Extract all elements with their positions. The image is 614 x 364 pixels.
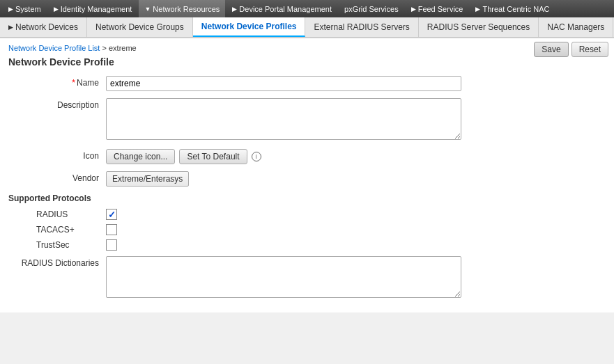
description-field-container [106,98,461,142]
breadcrumb-current: extreme [109,44,137,52]
arrow-icon: ▶ [475,6,480,13]
radius-label: RADIUS [36,209,106,219]
top-nav-pxgrid-label: pxGrid Services [344,5,399,13]
top-nav-device-portal[interactable]: ▶ Device Portal Management [227,0,337,17]
supported-protocols-title: Supported Protocols [8,193,606,203]
trustsec-checkbox[interactable] [106,239,117,251]
radius-protocol-row: RADIUS ✓ [36,209,606,220]
tab-external-radius[interactable]: External RADIUS Servers [305,17,418,37]
vendor-row: Vendor Extreme/Enterasys [8,171,606,187]
change-icon-button[interactable]: Change icon... [106,149,175,164]
tab-network-device-groups-label: Network Device Groups [95,22,184,32]
breadcrumb: Network Device Profile List > extreme [8,44,606,52]
trustsec-label: TrustSec [36,240,106,250]
top-nav: ▶ System ▶ Identity Management ▼ Network… [0,0,614,17]
tab-network-device-profiles-label: Network Device Profiles [201,22,297,31]
tab-network-device-groups[interactable]: Network Device Groups [87,17,193,37]
tab-radius-label: RADIUS Server Sequences [427,22,530,32]
top-nav-feed-service[interactable]: ▶ Feed Service [406,0,469,17]
arrow-icon: ▶ [54,6,59,13]
tab-radius-server-sequences[interactable]: RADIUS Server Sequences [419,17,539,37]
arrow-icon: ▶ [8,6,13,13]
icon-controls: Change icon... Set To Default i [106,149,461,164]
breadcrumb-list-link[interactable]: Network Device Profile List [8,44,100,52]
tab-nac-managers[interactable]: NAC Managers [539,17,613,37]
top-nav-pxgrid[interactable]: pxGrid Services [339,0,404,17]
tab-network-devices[interactable]: ▶ Network Devices [0,17,87,37]
top-actions: Save Reset [534,42,608,57]
top-nav-feed-label: Feed Service [418,5,463,13]
set-to-default-button[interactable]: Set To Default [179,149,247,164]
info-icon[interactable]: i [252,152,261,161]
top-nav-device-portal-label: Device Portal Management [239,5,332,13]
checkmark-icon: ✓ [108,209,116,220]
icon-field-container: Change icon... Set To Default i [106,149,461,164]
top-nav-identity-management[interactable]: ▶ Identity Management [48,0,138,17]
vendor-label: Vendor [8,171,106,183]
icon-label: Icon [8,149,106,161]
tab-external-radius-label: External RADIUS Servers [314,22,409,32]
radius-dictionaries-input[interactable] [106,256,461,298]
arrow-icon: ▶ [232,6,237,13]
name-input[interactable] [106,76,461,91]
radius-checkbox[interactable]: ✓ [106,209,117,220]
tab-network-device-profiles[interactable]: Network Device Profiles [193,17,306,37]
vendor-dropdown[interactable]: Extreme/Enterasys [106,171,189,187]
tacacs-protocol-row: TACACS+ [36,224,606,235]
top-nav-system[interactable]: ▶ System [3,0,47,17]
name-field-container [106,76,461,91]
description-row: Description [8,98,606,142]
name-label: *Name [8,76,106,88]
reset-button[interactable]: Reset [571,42,608,57]
radius-dictionaries-label: RADIUS Dictionaries [8,256,106,268]
breadcrumb-separator: > [100,44,109,52]
second-nav: ▶ Network Devices Network Device Groups … [0,17,614,38]
top-nav-threat-centric[interactable]: ▶ Threat Centric NAC [470,0,555,17]
tab-nac-label: NAC Managers [547,22,604,32]
tacacs-checkbox[interactable] [106,224,117,235]
top-nav-network-resources-label: Network Resources [153,5,220,13]
page-title: Network Device Profile [8,56,606,68]
arrow-icon: ▶ [8,24,13,31]
name-row: *Name [8,76,606,91]
icon-row: Icon Change icon... Set To Default i [8,149,606,164]
description-label: Description [8,98,106,110]
tab-network-devices-label: Network Devices [15,22,78,32]
tacacs-label: TACACS+ [36,225,106,235]
vendor-field-container: Extreme/Enterasys [106,171,461,187]
arrow-icon: ▶ [411,6,416,13]
arrow-icon: ▼ [144,6,151,13]
top-nav-system-label: System [15,5,41,13]
form-container: *Name Description Icon Change icon... [8,76,606,300]
radius-dictionaries-field-container [106,256,461,300]
top-nav-threat-label: Threat Centric NAC [482,5,549,13]
top-nav-network-resources[interactable]: ▼ Network Resources [139,0,225,17]
trustsec-protocol-row: TrustSec [36,239,606,251]
content-area: Network Device Profile List > extreme Ne… [0,38,614,312]
description-input[interactable] [106,98,461,140]
radius-dictionaries-row: RADIUS Dictionaries [8,256,606,300]
save-button[interactable]: Save [534,42,568,57]
required-indicator: * [72,78,75,88]
top-nav-identity-label: Identity Management [61,5,132,13]
